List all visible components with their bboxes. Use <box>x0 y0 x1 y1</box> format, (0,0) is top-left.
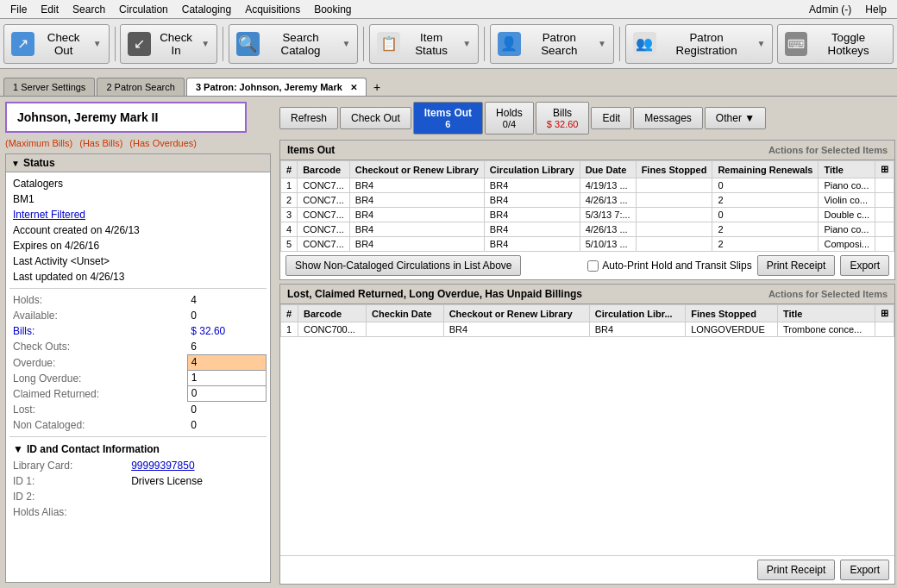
id-section-header: ▼ ID and Contact Information <box>9 441 267 458</box>
patron-reg-arrow: ▼ <box>757 39 766 48</box>
auto-print-checkbox[interactable] <box>587 260 599 272</box>
lost-header: Lost, Claimed Returned, Long Overdue, Ha… <box>280 285 894 304</box>
search-catalog-button[interactable]: 🔍 Search Catalog ▼ <box>229 24 358 64</box>
tab-other[interactable]: Other ▼ <box>705 107 766 129</box>
toggle-hotkeys-button[interactable]: ⌨ Toggle Hotkeys <box>777 24 894 64</box>
toggle-hotkeys-label: Toggle Hotkeys <box>811 31 886 57</box>
table-row[interactable]: 1 CONC700... BR4 BR4 LONGOVERDUE Trombon… <box>281 322 894 337</box>
patron-tags: (Maximum Bills) (Has Bills) (Has Overdue… <box>5 136 271 150</box>
lost-table: # Barcode Checkin Date Checkout or Renew… <box>280 304 894 337</box>
lost-col-num: # <box>281 305 298 322</box>
status-header-label: Status <box>23 157 55 169</box>
items-out-table: # Barcode Checkout or Renew Library Circ… <box>280 160 894 252</box>
status-expires: Expires on 4/26/16 <box>9 238 267 253</box>
stat-overdue: Overdue: 4 <box>9 355 267 371</box>
patron-reg-button[interactable]: 👥 Patron Registration ▼ <box>625 24 774 64</box>
stat-claimed-returned: Claimed Returned: 0 <box>9 386 267 402</box>
col-fines-stopped: Fines Stopped <box>636 161 712 178</box>
lost-col-fines-stopped: Fines Stopped <box>686 305 778 322</box>
tag-max-bills[interactable]: (Maximum Bills) <box>5 138 72 148</box>
lost-title: Lost, Claimed Returned, Long Overdue, Ha… <box>287 288 582 300</box>
table-row[interactable]: 1 CONC7... BR4 BR4 4/19/13 ... 0 Piano c… <box>281 178 894 193</box>
patron-name-box: Johnson, Jeremy Mark II <box>5 102 247 133</box>
items-out-title: Items Out <box>287 144 335 156</box>
id-table: Library Card: 99999397850 ID 1: Drivers … <box>9 458 267 520</box>
lost-panel: Lost, Claimed Returned, Long Overdue, Ha… <box>279 284 895 585</box>
tab-items-out[interactable]: Items Out 6 <box>413 102 483 134</box>
tab-close-icon[interactable]: ✕ <box>350 83 357 92</box>
tab-bills[interactable]: Bills $ 32.60 <box>536 102 590 134</box>
lost-col-checkout-lib: Checkout or Renew Library <box>443 305 589 322</box>
menu-circulation[interactable]: Circulation <box>112 2 175 17</box>
checkout-arrow: ▼ <box>93 39 102 48</box>
tab-patron-search[interactable]: 2 Patron Search <box>97 78 185 96</box>
col-due-date: Due Date <box>580 161 636 178</box>
tag-has-bills[interactable]: (Has Bills) <box>79 138 122 148</box>
items-out-badge: 6 <box>424 119 472 129</box>
status-internet-filtered[interactable]: Internet Filtered <box>9 207 267 222</box>
tab-server-settings[interactable]: 1 Server Settings <box>3 78 95 96</box>
status-account-created: Account created on 4/26/13 <box>9 222 267 238</box>
menu-edit[interactable]: Edit <box>34 2 66 17</box>
toolbar: ↗ Check Out ▼ ↙ Check In ▼ 🔍 Search Cata… <box>0 19 897 69</box>
menu-search[interactable]: Search <box>66 2 112 17</box>
item-status-icon: 📋 <box>377 32 400 56</box>
stat-lost: Lost: 0 <box>9 402 267 418</box>
checkout-label: Check Out <box>38 31 90 57</box>
col-title: Title <box>819 161 875 178</box>
table-row[interactable]: 2 CONC7... BR4 BR4 4/26/13 ... 2 Violin … <box>281 193 894 208</box>
menu-help[interactable]: Help <box>858 2 894 17</box>
bills-label: Bills <box>553 107 572 119</box>
tab-edit[interactable]: Edit <box>591 107 631 129</box>
toggle-icon: ⌨ <box>785 32 808 56</box>
tab-patron-detail[interactable]: 3 Patron: Johnson, Jeremy Mark ✕ <box>186 78 367 96</box>
menu-cataloging[interactable]: Cataloging <box>175 2 238 17</box>
lost-col-expand[interactable]: ⊞ <box>875 305 894 322</box>
stat-bills: Bills: $ 32.60 <box>9 323 267 339</box>
lost-body: 1 CONC700... BR4 BR4 LONGOVERDUE Trombon… <box>281 322 894 337</box>
lost-col-checkin-date: Checkin Date <box>367 305 444 322</box>
tab-messages[interactable]: Messages <box>633 107 703 129</box>
checkin-label: Check In <box>154 31 198 57</box>
menu-admin[interactable]: Admin (-) <box>802 2 858 17</box>
patron-name: Johnson, Jeremy Mark II <box>17 110 158 124</box>
bills-badge: $ 32.60 <box>547 119 579 129</box>
holds-badge: 0/4 <box>496 119 523 129</box>
menu-file[interactable]: File <box>3 2 34 17</box>
menu-acquisitions[interactable]: Acquisitions <box>238 2 307 17</box>
tag-has-overdues[interactable]: (Has Overdues) <box>129 138 197 148</box>
other-label: Other <box>716 112 742 124</box>
status-catalogers: Catalogers <box>9 176 267 191</box>
item-status-label: Item Status <box>404 31 459 57</box>
tab-holds[interactable]: Holds 0/4 <box>485 102 534 134</box>
tab-add-button[interactable]: + <box>368 78 386 96</box>
menu-booking[interactable]: Booking <box>307 2 358 17</box>
sep1 <box>115 27 116 61</box>
col-checkout-lib: Checkout or Renew Library <box>349 161 484 178</box>
item-status-button[interactable]: 📋 Item Status ▼ <box>369 24 479 64</box>
lost-col-title: Title <box>777 305 875 322</box>
checkout-button[interactable]: ↗ Check Out ▼ <box>3 24 110 64</box>
show-non-cataloged-button[interactable]: Show Non-Cataloged Circulations in List … <box>285 255 521 276</box>
col-expand[interactable]: ⊞ <box>875 161 894 178</box>
patron-reg-icon: 👥 <box>633 32 656 56</box>
tab-patron-detail-label: 3 Patron: Johnson, Jeremy Mark <box>196 82 342 92</box>
checkin-button[interactable]: ↙ Check In ▼ <box>120 24 217 64</box>
sep3 <box>363 27 364 61</box>
checkin-arrow: ▼ <box>201 39 210 48</box>
tab-refresh[interactable]: Refresh <box>279 107 338 129</box>
print-receipt-button-bottom[interactable]: Print Receipt <box>757 560 836 580</box>
table-row[interactable]: 4 CONC7... BR4 BR4 4/26/13 ... 2 Piano c… <box>281 222 894 237</box>
items-out-actions-label: Actions for Selected Items <box>768 145 888 155</box>
id-2-row: ID 2: <box>9 489 267 504</box>
tab-checkout[interactable]: Check Out <box>340 107 411 129</box>
col-circ-lib: Circulation Library <box>484 161 580 178</box>
print-receipt-button-top[interactable]: Print Receipt <box>757 255 836 276</box>
export-button-top[interactable]: Export <box>840 255 889 276</box>
action-tabs: Refresh Check Out Items Out 6 Holds 0/4 … <box>279 100 895 136</box>
table-row[interactable]: 3 CONC7... BR4 BR4 5/3/13 7:... 0 Double… <box>281 208 894 222</box>
stat-available: Available: 0 <box>9 308 267 323</box>
export-button-bottom[interactable]: Export <box>840 560 889 580</box>
table-row[interactable]: 5 CONC7... BR4 BR4 5/10/13 ... 2 Composi… <box>281 237 894 252</box>
patron-search-button[interactable]: 👤 Patron Search ▼ <box>490 24 614 64</box>
